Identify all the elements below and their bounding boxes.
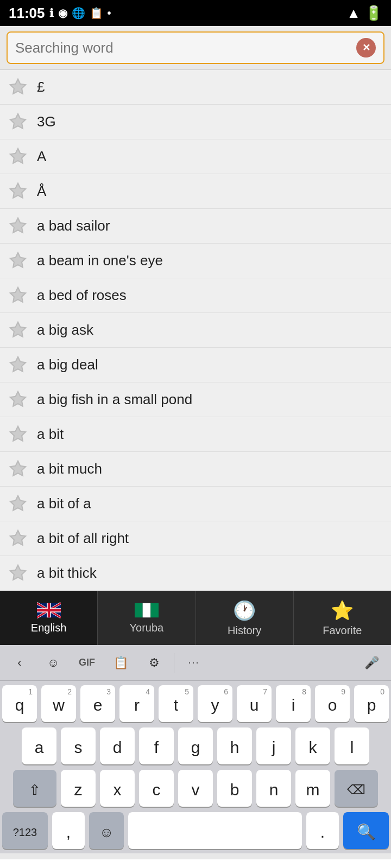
key-n[interactable]: n bbox=[256, 770, 291, 807]
svg-marker-7 bbox=[10, 322, 26, 336]
key-r[interactable]: 4r bbox=[119, 685, 154, 722]
tab-history[interactable]: 🕐History bbox=[196, 591, 294, 645]
search-clear-button[interactable] bbox=[356, 38, 376, 58]
word-text: a bit thick bbox=[37, 565, 97, 582]
key-p[interactable]: 0p bbox=[354, 685, 389, 722]
key-d[interactable]: d bbox=[100, 727, 135, 764]
list-item[interactable]: a beam in one's eye bbox=[0, 244, 391, 278]
tab-yoruba-label: Yoruba bbox=[130, 622, 164, 634]
favorite-star-icon[interactable] bbox=[9, 529, 28, 548]
list-item[interactable]: a bad sailor bbox=[0, 209, 391, 244]
favorite-star-icon[interactable] bbox=[9, 251, 28, 271]
key-space[interactable] bbox=[128, 812, 302, 849]
key-s[interactable]: s bbox=[61, 727, 96, 764]
status-icon-circle: ◉ bbox=[58, 7, 67, 20]
key-h[interactable]: h bbox=[217, 727, 252, 764]
list-item[interactable]: a big ask bbox=[0, 313, 391, 348]
list-item[interactable]: a big deal bbox=[0, 348, 391, 382]
list-item[interactable]: Å bbox=[0, 174, 391, 209]
key-f[interactable]: f bbox=[139, 727, 174, 764]
list-item[interactable]: a bit thick bbox=[0, 556, 391, 591]
favorite-star-icon[interactable] bbox=[9, 494, 28, 514]
favorite-star-icon[interactable] bbox=[9, 564, 28, 583]
key-m[interactable]: m bbox=[295, 770, 330, 807]
key-numbers[interactable]: ?123 bbox=[2, 812, 48, 849]
gif-button[interactable]: GIF bbox=[72, 649, 102, 676]
svg-marker-10 bbox=[10, 426, 26, 441]
key-j[interactable]: j bbox=[256, 727, 291, 764]
favorite-star-icon[interactable] bbox=[9, 112, 28, 132]
key-i[interactable]: 8i bbox=[276, 685, 311, 722]
word-text: a bed of roses bbox=[37, 287, 127, 304]
favorite-star-icon[interactable] bbox=[9, 425, 28, 444]
favorite-star-icon[interactable] bbox=[9, 459, 28, 479]
search-input-wrapper bbox=[7, 31, 384, 64]
key-g[interactable]: g bbox=[178, 727, 213, 764]
list-item[interactable]: a bit of a bbox=[0, 487, 391, 521]
svg-marker-13 bbox=[10, 530, 26, 545]
tab-favorite[interactable]: ⭐Favorite bbox=[294, 591, 391, 645]
clipboard-button[interactable]: 📋 bbox=[105, 649, 136, 676]
key-a[interactable]: a bbox=[22, 727, 56, 764]
status-icon-dot: • bbox=[108, 7, 111, 20]
key-t[interactable]: 5t bbox=[159, 685, 193, 722]
svg-marker-11 bbox=[10, 461, 26, 475]
key-l[interactable]: l bbox=[335, 727, 369, 764]
list-item[interactable]: 3G bbox=[0, 105, 391, 139]
keyboard-back-button[interactable]: ‹ bbox=[4, 649, 35, 676]
key-k[interactable]: k bbox=[295, 727, 330, 764]
search-bar bbox=[0, 26, 391, 70]
favorite-star-icon[interactable] bbox=[9, 321, 28, 340]
more-button[interactable]: ··· bbox=[179, 649, 209, 676]
key-o[interactable]: 9o bbox=[315, 685, 350, 722]
svg-marker-2 bbox=[10, 148, 26, 163]
key-c[interactable]: c bbox=[139, 770, 174, 807]
microphone-button[interactable]: 🎤 bbox=[356, 649, 387, 676]
keyboard-row-4: ?123 , ☺ . 🔍 bbox=[2, 812, 389, 853]
favorite-star-icon[interactable] bbox=[9, 216, 28, 236]
key-search[interactable]: 🔍 bbox=[343, 812, 389, 849]
settings-button[interactable]: ⚙ bbox=[139, 649, 169, 676]
favorite-star-icon[interactable] bbox=[9, 147, 28, 167]
list-item[interactable]: a bit bbox=[0, 417, 391, 452]
list-item[interactable]: A bbox=[0, 139, 391, 174]
word-text: a big deal bbox=[37, 356, 98, 373]
favorite-star-icon[interactable] bbox=[9, 182, 28, 201]
key-shift[interactable]: ⇧ bbox=[13, 770, 56, 807]
key-q[interactable]: 1q bbox=[2, 685, 37, 722]
key-w[interactable]: 2w bbox=[41, 685, 76, 722]
favorite-star-icon[interactable] bbox=[9, 78, 28, 97]
list-item[interactable]: a bit much bbox=[0, 452, 391, 487]
key-comma[interactable]: , bbox=[52, 812, 85, 849]
battery-icon: 🔋 bbox=[365, 5, 382, 22]
emoji-keyboard-button[interactable]: ☺ bbox=[38, 649, 68, 676]
word-text: £ bbox=[37, 79, 45, 95]
nav-bar: ▼ ● ■ bbox=[0, 859, 391, 868]
tab-history-label: History bbox=[228, 624, 261, 637]
tab-english[interactable]: English bbox=[0, 591, 98, 645]
key-e[interactable]: 3e bbox=[80, 685, 115, 722]
search-input[interactable] bbox=[15, 40, 356, 56]
key-period[interactable]: . bbox=[306, 812, 339, 849]
word-text: a big ask bbox=[37, 322, 93, 339]
svg-rect-17 bbox=[143, 603, 151, 617]
key-z[interactable]: z bbox=[61, 770, 96, 807]
key-u[interactable]: 7u bbox=[237, 685, 272, 722]
list-item[interactable]: a bed of roses bbox=[0, 278, 391, 313]
key-emoji[interactable]: ☺ bbox=[89, 812, 124, 849]
tab-yoruba[interactable]: Yoruba bbox=[98, 591, 195, 645]
list-item[interactable]: a big fish in a small pond bbox=[0, 382, 391, 417]
favorite-star-icon[interactable] bbox=[9, 355, 28, 375]
word-text: a bit much bbox=[37, 461, 102, 477]
list-item[interactable]: a bit of all right bbox=[0, 521, 391, 556]
key-y[interactable]: 6y bbox=[198, 685, 232, 722]
favorite-star-icon[interactable] bbox=[9, 390, 28, 410]
key-v[interactable]: v bbox=[178, 770, 213, 807]
key-b[interactable]: b bbox=[217, 770, 252, 807]
key-backspace[interactable]: ⌫ bbox=[335, 770, 378, 807]
favorite-star-icon[interactable] bbox=[9, 286, 28, 305]
key-x[interactable]: x bbox=[100, 770, 135, 807]
tab-yoruba-icon bbox=[135, 602, 159, 618]
list-item[interactable]: £ bbox=[0, 70, 391, 105]
keyboard-row-3: ⇧ z x c v b n m ⌫ bbox=[2, 770, 389, 807]
